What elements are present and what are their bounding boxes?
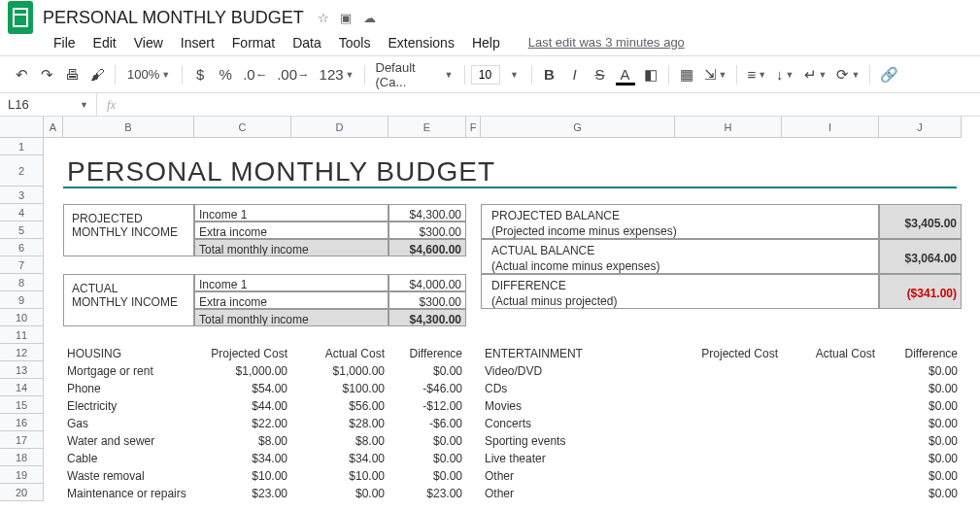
cell[interactable]: Concerts (481, 414, 675, 431)
decrease-decimal-icon[interactable]: .0← (239, 62, 271, 87)
row-header-2[interactable]: 2 (0, 155, 44, 187)
formula-input[interactable] (125, 93, 980, 116)
cell[interactable]: $8.00 (291, 431, 389, 449)
cell[interactable]: $300.00 (389, 221, 466, 239)
more-formats-icon[interactable]: 123▼ (316, 62, 358, 87)
cell[interactable]: Sporting events (481, 431, 675, 449)
spreadsheet-grid[interactable]: ABCDEFGHIJ 12345678910111213141516171819… (0, 117, 980, 511)
cell[interactable]: -$12.00 (389, 396, 466, 414)
strikethrough-icon[interactable]: S (589, 62, 612, 87)
cell[interactable]: $54.00 (194, 379, 291, 396)
cell[interactable]: Extra income (194, 221, 389, 239)
cell[interactable]: DIFFERENCE(Actual minus projected) (481, 274, 879, 309)
cell[interactable]: $4,000.00 (389, 274, 466, 291)
increase-decimal-icon[interactable]: .00→ (273, 62, 313, 87)
cell[interactable]: Actual Cost (782, 344, 879, 361)
print-icon[interactable]: 🖶 (60, 62, 84, 87)
cell[interactable]: $23.00 (194, 484, 291, 501)
cell[interactable]: Other (481, 466, 675, 484)
font-size-input[interactable] (471, 65, 500, 85)
cell[interactable]: Income 1 (194, 204, 389, 221)
borders-icon[interactable]: ▦ (675, 62, 698, 87)
cell[interactable]: $4,300.00 (389, 204, 466, 221)
cell[interactable]: $300.00 (389, 291, 466, 309)
cell[interactable]: PROJECTED BALANCE(Projected income minus… (481, 204, 879, 239)
menu-tools[interactable]: Tools (330, 31, 380, 54)
cell[interactable]: Difference (879, 344, 962, 361)
cell[interactable]: $0.00 (389, 361, 466, 379)
cell[interactable]: Other (481, 484, 675, 501)
menu-extensions[interactable]: Extensions (379, 31, 462, 54)
last-edit-link[interactable]: Last edit was 3 minutes ago (528, 35, 685, 50)
cell[interactable]: $0.00 (389, 466, 466, 484)
cell[interactable]: $0.00 (291, 484, 389, 501)
row-header-9[interactable]: 9 (0, 291, 44, 309)
row-header-15[interactable]: 15 (0, 396, 44, 414)
cell[interactable]: $3,405.00 (879, 204, 962, 239)
cell[interactable]: -$46.00 (389, 379, 466, 396)
row-header-12[interactable]: 12 (0, 344, 44, 361)
cell[interactable]: $100.00 (291, 379, 389, 396)
menu-help[interactable]: Help (463, 31, 509, 54)
cell[interactable]: $0.00 (389, 431, 466, 449)
row-header-19[interactable]: 19 (0, 466, 44, 484)
menu-file[interactable]: File (45, 31, 84, 54)
cell[interactable]: Waste removal (63, 466, 194, 484)
cell[interactable]: $0.00 (879, 379, 962, 396)
col-header-C[interactable]: C (194, 117, 291, 138)
redo-icon[interactable]: ↷ (35, 62, 58, 87)
cell[interactable]: Projected Cost (194, 344, 291, 361)
cell[interactable]: $0.00 (879, 484, 962, 501)
cell[interactable]: Cable (63, 449, 194, 466)
cell[interactable]: $28.00 (291, 414, 389, 431)
row-header-6[interactable]: 6 (0, 239, 44, 256)
halign-icon[interactable]: ≡▼ (743, 62, 770, 87)
row-header-10[interactable]: 10 (0, 309, 44, 326)
move-icon[interactable]: ▣ (340, 11, 352, 25)
col-header-D[interactable]: D (291, 117, 389, 138)
rotate-icon[interactable]: ⟳▼ (832, 62, 863, 87)
cell[interactable]: $8.00 (194, 431, 291, 449)
row-header-1[interactable]: 1 (0, 138, 44, 155)
cell[interactable]: $0.00 (879, 361, 962, 379)
percent-icon[interactable]: % (214, 62, 237, 87)
row-header-8[interactable]: 8 (0, 274, 44, 291)
col-header-I[interactable]: I (782, 117, 879, 138)
font-size-drop-icon[interactable]: ▼ (502, 62, 525, 87)
col-header-J[interactable]: J (879, 117, 962, 138)
col-header-H[interactable]: H (675, 117, 782, 138)
text-color-icon[interactable]: A (614, 62, 637, 87)
cell[interactable]: -$6.00 (389, 414, 466, 431)
cell[interactable]: ENTERTAINMENT (481, 344, 675, 361)
cell[interactable]: Mortgage or rent (63, 361, 194, 379)
fill-color-icon[interactable]: ◧ (639, 62, 662, 87)
valign-icon[interactable]: ↓▼ (772, 62, 797, 87)
cell[interactable]: $10.00 (194, 466, 291, 484)
name-box[interactable]: L16▼ (0, 93, 97, 116)
cell[interactable]: Difference (389, 344, 466, 361)
col-header-E[interactable]: E (389, 117, 466, 138)
row-header-20[interactable]: 20 (0, 484, 44, 501)
undo-icon[interactable]: ↶ (10, 62, 33, 87)
cell[interactable]: Video/DVD (481, 361, 675, 379)
col-header-G[interactable]: G (481, 117, 675, 138)
cell[interactable]: Movies (481, 396, 675, 414)
cell[interactable]: Maintenance or repairs (63, 484, 194, 501)
row-header-3[interactable]: 3 (0, 187, 44, 204)
cell[interactable]: $1,000.00 (291, 361, 389, 379)
cell[interactable]: Projected Cost (675, 344, 782, 361)
cell[interactable]: $0.00 (879, 449, 962, 466)
row-header-14[interactable]: 14 (0, 379, 44, 396)
cell[interactable]: $0.00 (879, 466, 962, 484)
cell[interactable]: Extra income (194, 291, 389, 309)
row-header-16[interactable]: 16 (0, 414, 44, 431)
cell[interactable]: $56.00 (291, 396, 389, 414)
row-header-17[interactable]: 17 (0, 431, 44, 449)
cell[interactable]: Electricity (63, 396, 194, 414)
paint-format-icon[interactable]: 🖌 (85, 62, 109, 87)
row-header-18[interactable]: 18 (0, 449, 44, 466)
col-header-B[interactable]: B (63, 117, 194, 138)
cell[interactable]: PERSONAL MONTHLY BUDGET (63, 155, 646, 187)
cell[interactable]: Total monthly income (194, 239, 389, 256)
merge-icon[interactable]: ⇲▼ (700, 62, 731, 87)
